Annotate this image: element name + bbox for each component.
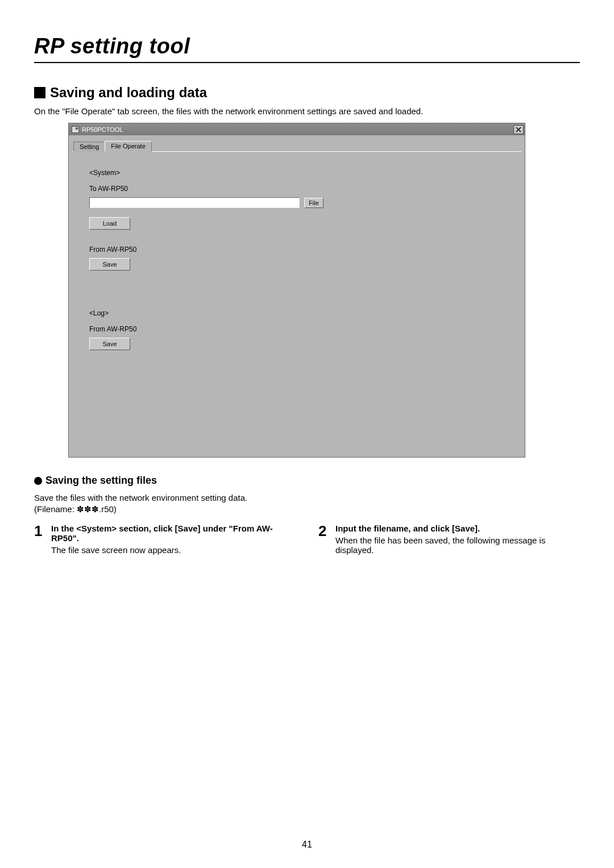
- log-from-label: From AW-RP50: [89, 325, 504, 333]
- tab-setting[interactable]: Setting: [73, 142, 105, 152]
- app-window: RP50PCTOOL Setting File Operate <System>…: [68, 123, 525, 458]
- page-number: 41: [0, 840, 614, 850]
- app-icon: [72, 126, 79, 133]
- step-2-title: Input the filename, and click [Save].: [335, 524, 580, 533]
- window-titlebar: RP50PCTOOL: [69, 123, 525, 135]
- close-icon: [516, 127, 521, 132]
- section-heading-row: Saving and loading data: [34, 85, 580, 101]
- subsection-heading-row: Saving the setting files: [34, 475, 580, 487]
- system-from-label: From AW-RP50: [89, 246, 504, 254]
- system-group-heading: <System>: [89, 169, 504, 177]
- step-1: 1 In the <System> section, click [Save] …: [34, 524, 296, 555]
- file-path-input[interactable]: [89, 197, 300, 208]
- step-2-number: 2: [318, 524, 330, 555]
- tab-panel-file-operate: <System> To AW-RP50 File Load From AW-RP…: [72, 151, 521, 447]
- step-2: 2 Input the filename, and click [Save]. …: [318, 524, 580, 555]
- load-button[interactable]: Load: [89, 217, 130, 230]
- document-title: RP setting tool: [34, 34, 580, 63]
- section-intro: On the "File Operate" tab screen, the fi…: [34, 106, 580, 116]
- window-close-button[interactable]: [513, 125, 524, 134]
- window-client-area: Setting File Operate <System> To AW-RP50…: [69, 135, 525, 457]
- window-title: RP50PCTOOL: [82, 126, 123, 133]
- tab-strip: Setting File Operate: [73, 140, 521, 151]
- steps-row: 1 In the <System> section, click [Save] …: [34, 524, 580, 555]
- step-1-title: In the <System> section, click [Save] un…: [51, 524, 296, 543]
- file-browse-button[interactable]: File: [304, 198, 323, 208]
- tab-file-operate[interactable]: File Operate: [105, 141, 152, 152]
- subsection-heading: Saving the setting files: [45, 475, 157, 487]
- log-group-heading: <Log>: [89, 309, 504, 317]
- circle-bullet-icon: [34, 477, 42, 485]
- log-save-button[interactable]: Save: [89, 338, 130, 350]
- section-heading: Saving and loading data: [50, 85, 207, 101]
- step-1-body: The file save screen now appears.: [51, 545, 296, 555]
- subsection-paragraph-1: Save the files with the network environm…: [34, 492, 580, 504]
- step-2-body: When the file has been saved, the follow…: [335, 535, 580, 555]
- system-to-label: To AW-RP50: [89, 185, 504, 193]
- subsection-paragraph-2: (Filename: ✽✽✽.r50): [34, 504, 580, 515]
- square-bullet-icon: [34, 87, 45, 98]
- step-1-number: 1: [34, 524, 45, 555]
- system-save-button[interactable]: Save: [89, 258, 130, 271]
- file-path-row: File: [89, 197, 504, 208]
